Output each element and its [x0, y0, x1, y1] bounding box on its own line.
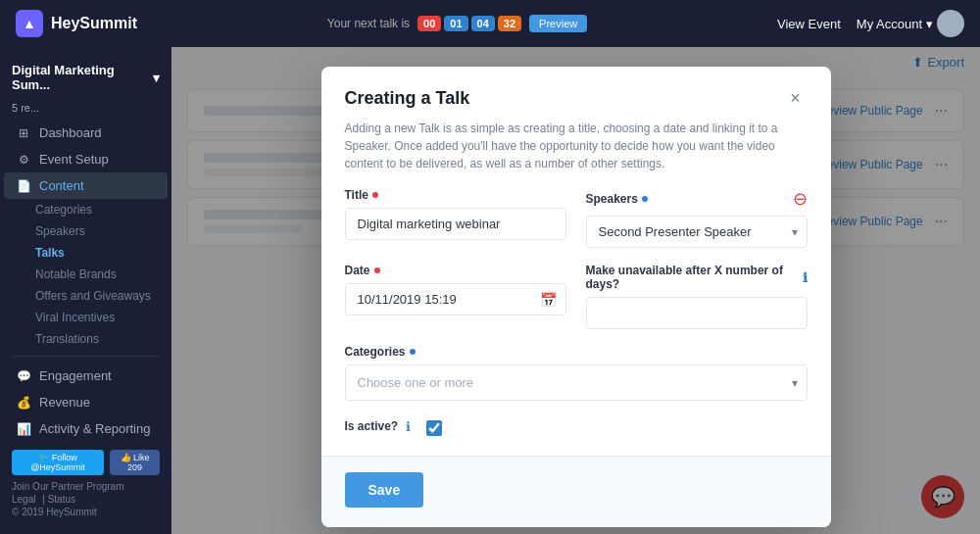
title-group: Title	[345, 188, 566, 248]
activity-icon: 📊	[16, 422, 31, 436]
sidebar-item-label: Dashboard	[39, 125, 102, 140]
sidebar-item-revenue[interactable]: 💰 Revenue	[4, 389, 168, 415]
event-selector[interactable]: Digital Marketing Sum... ▾	[0, 55, 172, 100]
content-icon: 📄	[16, 179, 31, 193]
sidebar-item-label: Engagement	[39, 368, 112, 383]
is-active-info-icon[interactable]: ℹ	[406, 419, 411, 434]
topnav-right: View Event My Account ▾	[777, 10, 964, 37]
modal-body: Title Speakers	[321, 188, 831, 436]
sidebar-sub-categories[interactable]: Categories	[0, 199, 172, 220]
required-indicator	[372, 192, 378, 198]
status-link[interactable]: Status	[48, 494, 75, 505]
revenue-icon: 💰	[16, 396, 31, 410]
modal-title: Creating a Talk	[345, 88, 470, 109]
sidebar-sub-translations[interactable]: Translations	[0, 328, 172, 350]
is-active-label: Is active?	[345, 419, 399, 433]
countdown-04: 04	[471, 16, 495, 31]
save-button[interactable]: Save	[345, 472, 424, 508]
categories-select[interactable]: Choose one or more	[345, 364, 808, 401]
speakers-label: Speakers	[586, 192, 648, 206]
modal-description: Adding a new Talk is as simple as creati…	[321, 110, 831, 188]
sidebar-sub-speakers[interactable]: Speakers	[0, 220, 172, 242]
sidebar-item-label: Event Setup	[39, 152, 109, 167]
modal-footer: Save	[321, 456, 831, 527]
sidebar-sub-talks[interactable]: Talks	[0, 242, 172, 264]
required-blue-indicator	[642, 196, 648, 202]
app-name: HeySummit	[51, 15, 137, 32]
sidebar-sub-notable-brands[interactable]: Notable Brands	[0, 264, 172, 285]
categories-label: Categories	[345, 345, 808, 359]
logo-icon: ▲	[16, 10, 43, 37]
sidebar-item-label: Activity & Reporting	[39, 421, 150, 436]
modal-overlay: Creating a Talk × Adding a new Talk is a…	[172, 47, 980, 534]
speakers-group: Speakers ⊖ Second Presenter Speaker	[586, 188, 808, 248]
required-indicator	[374, 267, 380, 273]
unavailable-input[interactable]	[586, 297, 808, 329]
unavailable-label: Make unavailable after X number of days?…	[586, 264, 808, 291]
unavailable-group: Make unavailable after X number of days?…	[586, 264, 808, 329]
sidebar-divider	[12, 356, 160, 357]
title-label: Title	[345, 188, 566, 202]
sidebar-item-dashboard[interactable]: ⊞ Dashboard	[4, 120, 168, 146]
sidebar-item-event-setup[interactable]: ⚙ Event Setup	[4, 146, 168, 172]
sidebar-sub-viral[interactable]: Viral Incentives	[0, 307, 172, 328]
main-content: ⬆ Export 👁 Preview Public Page ···	[172, 47, 980, 534]
modal-close-button[interactable]: ×	[784, 86, 808, 110]
event-setup-icon: ⚙	[16, 153, 31, 167]
is-active-row: Is active? ℹ	[345, 416, 808, 436]
facebook-like-btn[interactable]: 👍 Like 209	[110, 450, 160, 475]
legal-link[interactable]: Legal	[12, 494, 35, 505]
user-avatar	[937, 10, 964, 37]
top-navigation: ▲ HeySummit Your next talk is 00 01 04 3…	[0, 0, 980, 47]
title-speakers-row: Title Speakers	[345, 188, 808, 248]
required-blue-indicator	[410, 349, 416, 355]
modal-header: Creating a Talk ×	[321, 67, 831, 110]
copyright: © 2019 HeySummit	[12, 507, 160, 517]
sidebar-footer: 🐦 Follow @HeySummit 👍 Like 209 Join Our …	[0, 442, 172, 525]
title-input[interactable]	[345, 208, 566, 240]
engagement-icon: 💬	[16, 369, 31, 383]
event-name: Digital Marketing Sum...	[12, 63, 153, 92]
remove-speaker-button[interactable]: ⊖	[793, 188, 808, 210]
speakers-label-row: Speakers ⊖	[586, 188, 808, 210]
countdown-01: 01	[444, 16, 467, 31]
twitter-follow-btn[interactable]: 🐦 Follow @HeySummit	[12, 450, 104, 475]
is-active-checkbox[interactable]	[426, 420, 442, 436]
sidebar-item-content[interactable]: 📄 Content	[4, 172, 168, 199]
date-input[interactable]	[345, 283, 566, 316]
speaker-select[interactable]: Second Presenter Speaker	[586, 216, 808, 248]
speaker-select-wrapper: Second Presenter Speaker ▾	[586, 216, 808, 248]
minus-circle-icon: ⊖	[793, 188, 808, 210]
view-event-link[interactable]: View Event	[777, 17, 841, 31]
categories-row: Categories Choose one or more ▾	[345, 345, 808, 401]
date-input-wrapper: 📅	[345, 283, 566, 316]
partner-program-link[interactable]: Join Our Partner Program	[12, 481, 156, 492]
sidebar: Digital Marketing Sum... ▾ 5 re... ⊞ Das…	[0, 47, 172, 534]
creating-talk-modal: Creating a Talk × Adding a new Talk is a…	[321, 67, 831, 527]
next-talk-label: Your next talk is	[327, 17, 410, 30]
categories-select-wrapper: Choose one or more ▾	[345, 364, 808, 401]
dashboard-icon: ⊞	[16, 126, 31, 140]
preview-button[interactable]: Preview	[529, 15, 587, 32]
countdown: 00 01 04 32	[417, 16, 521, 31]
event-dropdown-icon: ▾	[153, 71, 160, 85]
sidebar-item-label: Content	[39, 178, 84, 193]
date-group: Date 📅	[345, 264, 566, 329]
footer-links: Join Our Partner Program Legal | Status	[12, 481, 160, 505]
topnav-center: Your next talk is 00 01 04 32 Preview	[137, 15, 777, 32]
app-logo[interactable]: ▲ HeySummit	[16, 10, 137, 37]
info-icon[interactable]: ℹ	[803, 270, 808, 285]
my-account-button[interactable]: My Account ▾	[857, 10, 964, 37]
sidebar-item-activity[interactable]: 📊 Activity & Reporting	[4, 415, 168, 442]
countdown-32: 32	[498, 16, 521, 31]
countdown-00: 00	[417, 16, 441, 31]
sidebar-sub-offers[interactable]: Offers and Giveaways	[0, 285, 172, 307]
date-unavailable-row: Date 📅 Make unavailable after X number o…	[345, 264, 808, 329]
sidebar-item-label: Revenue	[39, 395, 90, 410]
date-label: Date	[345, 264, 566, 277]
sidebar-item-engagement[interactable]: 💬 Engagement	[4, 363, 168, 389]
